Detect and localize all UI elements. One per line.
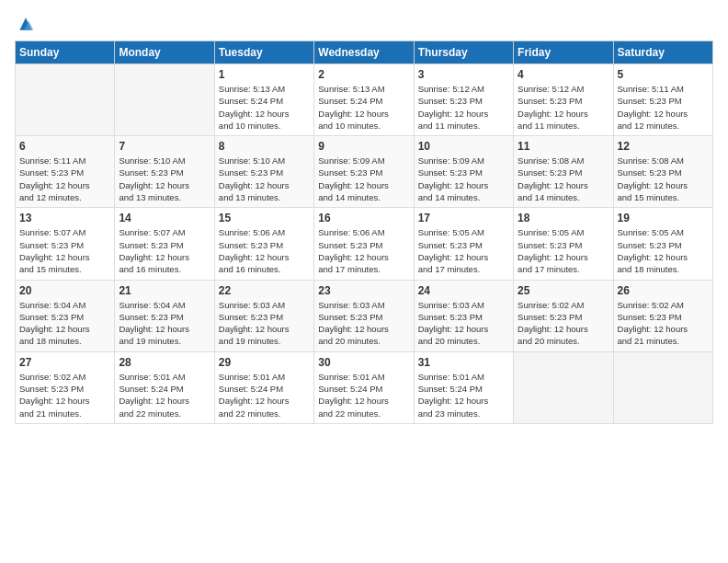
day-number: 11 (518, 140, 609, 153)
calendar-cell: 14Sunrise: 5:07 AM Sunset: 5:23 PM Dayli… (115, 208, 214, 280)
calendar-cell: 16Sunrise: 5:06 AM Sunset: 5:23 PM Dayli… (314, 208, 414, 280)
calendar-cell: 10Sunrise: 5:09 AM Sunset: 5:23 PM Dayli… (414, 136, 513, 208)
day-info: Sunrise: 5:02 AM Sunset: 5:23 PM Dayligh… (19, 371, 110, 419)
day-number: 30 (318, 356, 409, 369)
day-number: 8 (219, 140, 310, 153)
calendar-cell: 28Sunrise: 5:01 AM Sunset: 5:24 PM Dayli… (115, 351, 214, 423)
day-number: 14 (119, 212, 210, 224)
calendar-cell: 8Sunrise: 5:10 AM Sunset: 5:23 PM Daylig… (214, 136, 313, 208)
calendar-week-row: 20Sunrise: 5:04 AM Sunset: 5:23 PM Dayli… (16, 280, 713, 351)
calendar-cell (16, 64, 115, 136)
day-info: Sunrise: 5:05 AM Sunset: 5:23 PM Dayligh… (418, 226, 509, 275)
day-info: Sunrise: 5:03 AM Sunset: 5:23 PM Dayligh… (219, 299, 310, 348)
day-info: Sunrise: 5:01 AM Sunset: 5:24 PM Dayligh… (119, 371, 210, 419)
calendar-cell: 15Sunrise: 5:06 AM Sunset: 5:23 PM Dayli… (214, 208, 313, 280)
day-number: 28 (119, 356, 210, 369)
day-info: Sunrise: 5:08 AM Sunset: 5:23 PM Dayligh… (518, 155, 609, 203)
weekday-header-monday: Monday (115, 41, 214, 64)
weekday-header-thursday: Thursday (414, 41, 513, 64)
calendar-cell: 4Sunrise: 5:12 AM Sunset: 5:23 PM Daylig… (514, 64, 613, 136)
day-info: Sunrise: 5:10 AM Sunset: 5:23 PM Dayligh… (119, 155, 210, 203)
day-number: 23 (318, 284, 409, 297)
day-number: 9 (318, 140, 409, 153)
day-number: 20 (19, 284, 110, 297)
day-info: Sunrise: 5:05 AM Sunset: 5:23 PM Dayligh… (618, 226, 709, 275)
day-info: Sunrise: 5:02 AM Sunset: 5:23 PM Dayligh… (518, 299, 609, 348)
day-number: 10 (418, 140, 509, 153)
calendar-cell: 12Sunrise: 5:08 AM Sunset: 5:23 PM Dayli… (613, 136, 712, 208)
day-info: Sunrise: 5:06 AM Sunset: 5:23 PM Dayligh… (318, 226, 409, 275)
calendar-cell: 26Sunrise: 5:02 AM Sunset: 5:23 PM Dayli… (613, 280, 712, 351)
day-number: 1 (219, 68, 310, 81)
day-info: Sunrise: 5:04 AM Sunset: 5:23 PM Dayligh… (119, 299, 210, 348)
calendar-cell (115, 64, 214, 136)
day-info: Sunrise: 5:09 AM Sunset: 5:23 PM Dayligh… (318, 155, 409, 203)
weekday-header-saturday: Saturday (613, 41, 712, 64)
logo-icon (17, 15, 35, 33)
day-number: 16 (318, 212, 409, 224)
day-info: Sunrise: 5:06 AM Sunset: 5:23 PM Dayligh… (219, 226, 310, 275)
day-number: 31 (418, 356, 509, 369)
calendar-cell: 21Sunrise: 5:04 AM Sunset: 5:23 PM Dayli… (115, 280, 214, 351)
calendar-header-row: SundayMondayTuesdayWednesdayThursdayFrid… (16, 41, 713, 64)
day-info: Sunrise: 5:04 AM Sunset: 5:23 PM Dayligh… (19, 299, 110, 348)
calendar-cell: 22Sunrise: 5:03 AM Sunset: 5:23 PM Dayli… (214, 280, 313, 351)
day-info: Sunrise: 5:09 AM Sunset: 5:23 PM Dayligh… (418, 155, 509, 203)
logo (15, 15, 35, 33)
day-info: Sunrise: 5:11 AM Sunset: 5:23 PM Dayligh… (19, 155, 110, 203)
day-info: Sunrise: 5:07 AM Sunset: 5:23 PM Dayligh… (119, 226, 210, 275)
calendar-cell: 2Sunrise: 5:13 AM Sunset: 5:24 PM Daylig… (314, 64, 414, 136)
weekday-header-tuesday: Tuesday (214, 41, 313, 64)
day-info: Sunrise: 5:08 AM Sunset: 5:23 PM Dayligh… (618, 155, 709, 203)
calendar-cell: 1Sunrise: 5:13 AM Sunset: 5:24 PM Daylig… (214, 64, 313, 136)
calendar-cell: 20Sunrise: 5:04 AM Sunset: 5:23 PM Dayli… (16, 280, 115, 351)
calendar-cell (613, 351, 712, 423)
day-info: Sunrise: 5:13 AM Sunset: 5:24 PM Dayligh… (318, 83, 409, 132)
calendar-cell: 19Sunrise: 5:05 AM Sunset: 5:23 PM Dayli… (613, 208, 712, 280)
day-number: 7 (119, 140, 210, 153)
calendar-cell: 6Sunrise: 5:11 AM Sunset: 5:23 PM Daylig… (16, 136, 115, 208)
day-number: 13 (19, 212, 110, 224)
day-info: Sunrise: 5:03 AM Sunset: 5:23 PM Dayligh… (418, 299, 509, 348)
day-number: 21 (119, 284, 210, 297)
day-number: 27 (19, 356, 110, 369)
calendar-week-row: 6Sunrise: 5:11 AM Sunset: 5:23 PM Daylig… (16, 136, 713, 208)
day-info: Sunrise: 5:13 AM Sunset: 5:24 PM Dayligh… (219, 83, 310, 132)
day-info: Sunrise: 5:11 AM Sunset: 5:23 PM Dayligh… (618, 83, 709, 132)
calendar-cell: 3Sunrise: 5:12 AM Sunset: 5:23 PM Daylig… (414, 64, 513, 136)
day-info: Sunrise: 5:01 AM Sunset: 5:24 PM Dayligh… (219, 371, 310, 419)
day-info: Sunrise: 5:07 AM Sunset: 5:23 PM Dayligh… (19, 226, 110, 275)
day-number: 3 (418, 68, 509, 81)
day-info: Sunrise: 5:01 AM Sunset: 5:24 PM Dayligh… (318, 371, 409, 419)
day-number: 24 (418, 284, 509, 297)
calendar-cell: 5Sunrise: 5:11 AM Sunset: 5:23 PM Daylig… (613, 64, 712, 136)
day-info: Sunrise: 5:01 AM Sunset: 5:24 PM Dayligh… (418, 371, 509, 419)
weekday-header-wednesday: Wednesday (314, 41, 414, 64)
day-number: 18 (518, 212, 609, 224)
calendar-cell (514, 351, 613, 423)
page-header (15, 15, 713, 33)
day-number: 17 (418, 212, 509, 224)
calendar-cell: 18Sunrise: 5:05 AM Sunset: 5:23 PM Dayli… (514, 208, 613, 280)
calendar-cell: 9Sunrise: 5:09 AM Sunset: 5:23 PM Daylig… (314, 136, 414, 208)
day-number: 4 (518, 68, 609, 81)
day-number: 12 (618, 140, 709, 153)
day-number: 29 (219, 356, 310, 369)
weekday-header-friday: Friday (514, 41, 613, 64)
calendar-cell: 7Sunrise: 5:10 AM Sunset: 5:23 PM Daylig… (115, 136, 214, 208)
day-number: 2 (318, 68, 409, 81)
day-info: Sunrise: 5:12 AM Sunset: 5:23 PM Dayligh… (518, 83, 609, 132)
day-info: Sunrise: 5:10 AM Sunset: 5:23 PM Dayligh… (219, 155, 310, 203)
calendar-cell: 17Sunrise: 5:05 AM Sunset: 5:23 PM Dayli… (414, 208, 513, 280)
day-number: 5 (618, 68, 709, 81)
day-number: 25 (518, 284, 609, 297)
day-number: 22 (219, 284, 310, 297)
calendar-cell: 29Sunrise: 5:01 AM Sunset: 5:24 PM Dayli… (214, 351, 313, 423)
calendar-cell: 24Sunrise: 5:03 AM Sunset: 5:23 PM Dayli… (414, 280, 513, 351)
calendar-cell: 25Sunrise: 5:02 AM Sunset: 5:23 PM Dayli… (514, 280, 613, 351)
calendar-cell: 23Sunrise: 5:03 AM Sunset: 5:23 PM Dayli… (314, 280, 414, 351)
day-number: 19 (618, 212, 709, 224)
day-number: 26 (618, 284, 709, 297)
day-number: 6 (19, 140, 110, 153)
calendar-week-row: 1Sunrise: 5:13 AM Sunset: 5:24 PM Daylig… (16, 64, 713, 136)
